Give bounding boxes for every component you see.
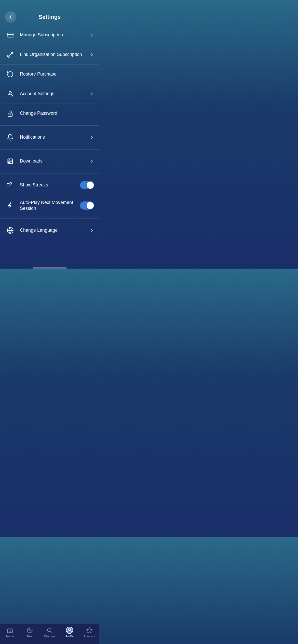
svg-point-10 (10, 114, 11, 115)
toggle-knob (87, 182, 94, 189)
movement-icon (5, 200, 15, 211)
chevron-right-icon (89, 228, 94, 233)
svg-point-19 (10, 183, 12, 184)
restore-icon (5, 69, 15, 79)
page-header: Settings (0, 11, 99, 25)
settings-list: Manage Subscription Link Organization Su… (0, 25, 99, 266)
settings-item-account-settings[interactable]: Account Settings (0, 84, 99, 104)
section-divider-4 (0, 218, 99, 219)
svg-point-4 (8, 56, 9, 57)
account-settings-label: Account Settings (20, 91, 89, 97)
back-button[interactable] (5, 11, 16, 23)
globe-icon (5, 225, 15, 236)
settings-item-downloads[interactable]: Downloads (0, 152, 99, 171)
chevron-right-icon (89, 52, 94, 57)
restore-purchase-label: Restore Purchase (20, 71, 94, 77)
home-indicator (33, 267, 67, 269)
change-password-label: Change Password (20, 110, 94, 116)
notifications-label: Notifications (20, 134, 89, 140)
downloads-label: Downloads (20, 158, 89, 164)
downloads-icon (5, 156, 15, 166)
settings-item-link-organization[interactable]: Link Organization Subscription (0, 45, 99, 65)
show-streaks-toggle[interactable] (80, 181, 94, 189)
chevron-right-icon (89, 135, 94, 140)
settings-item-auto-play[interactable]: Auto-Play Next Movement Session (0, 195, 99, 216)
section-divider-3 (0, 173, 99, 173)
settings-item-change-password[interactable]: Change Password (0, 104, 99, 123)
link-organization-label: Link Organization Subscription (20, 52, 89, 57)
settings-item-manage-subscription[interactable]: Manage Subscription (0, 25, 99, 45)
lock-icon (5, 108, 15, 119)
section-divider-1 (0, 125, 99, 126)
auto-play-label: Auto-Play Next Movement Session (20, 200, 80, 212)
settings-item-notifications[interactable]: Notifications (0, 128, 99, 147)
settings-item-change-language[interactable]: Change Language (0, 221, 99, 240)
key-link-icon (5, 50, 15, 60)
auto-play-toggle[interactable] (80, 201, 94, 210)
chevron-right-icon (89, 159, 94, 164)
chevron-right-icon (89, 91, 94, 96)
credit-card-icon (5, 30, 15, 40)
chevron-right-icon (89, 33, 94, 38)
status-bar (0, 0, 99, 11)
manage-subscription-label: Manage Subscription (20, 32, 89, 38)
bell-icon (5, 132, 15, 142)
streaks-icon (5, 180, 15, 190)
toggle-knob (87, 202, 94, 209)
settings-item-show-streaks[interactable]: Show Streaks (0, 175, 99, 195)
svg-rect-0 (7, 33, 13, 37)
svg-point-20 (10, 203, 11, 204)
svg-point-8 (9, 92, 11, 94)
change-language-label: Change Language (20, 227, 89, 233)
settings-item-restore-purchase[interactable]: Restore Purchase (0, 65, 99, 84)
page-title: Settings (39, 14, 61, 20)
person-icon (5, 89, 15, 99)
section-divider-2 (0, 149, 99, 150)
show-streaks-label: Show Streaks (20, 182, 80, 188)
